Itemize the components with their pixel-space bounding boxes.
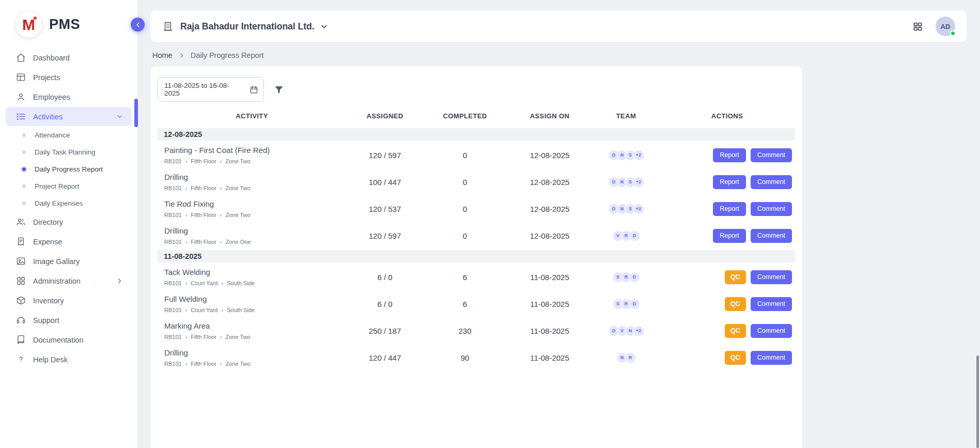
- table-row: Full Welding RB101›Court Yard›South Side…: [158, 290, 795, 317]
- scrollbar-thumb[interactable]: [976, 356, 979, 448]
- sidebar-item-label: Directory: [33, 218, 63, 226]
- bullet-dot-icon: [22, 150, 26, 154]
- sidebar-item-employees[interactable]: Employees: [6, 87, 132, 106]
- qc-button[interactable]: QC: [725, 297, 746, 311]
- activities-icon: [16, 112, 26, 121]
- inventory-icon: [16, 296, 26, 305]
- table-row: Painting - First Coat (Fire Red) RB101›F…: [158, 142, 795, 168]
- col-actions: ACTIONS: [659, 112, 795, 120]
- sidebar-item-support[interactable]: Support: [6, 311, 132, 330]
- qc-button[interactable]: QC: [725, 324, 746, 338]
- comment-button[interactable]: Comment: [751, 297, 792, 311]
- sidebar-item-label: Activities: [33, 113, 63, 121]
- sidebar-item-label: Expense: [33, 238, 62, 246]
- sidebar: M PMS DashboardProjectsEmployeesActiviti…: [0, 0, 138, 448]
- team-avatars: SRD: [593, 272, 659, 283]
- logo-letter: M: [22, 17, 35, 33]
- sidebar-subitem-attendance[interactable]: Attendance: [0, 127, 137, 144]
- sidebar-subitem-daily-progress-report[interactable]: Daily Progress Report: [0, 161, 137, 178]
- actions-cell: QCComment: [659, 324, 795, 338]
- completed-value: 6: [424, 300, 506, 308]
- activity-cell: Drilling RB101›Fifth Floor›Zone Two: [158, 348, 346, 367]
- sidebar-subitem-daily-task-planning[interactable]: Daily Task Planning: [0, 144, 137, 161]
- date-range-input[interactable]: 11-08-2025 to 16-08-2025: [158, 77, 264, 102]
- documentation-icon: [16, 335, 26, 345]
- col-assigned: ASSIGNED: [346, 112, 424, 120]
- user-avatar[interactable]: AD: [936, 17, 955, 36]
- team-member-chip: R: [625, 352, 636, 363]
- assigned-value: 120 / 597: [346, 231, 424, 240]
- apps-grid-icon[interactable]: [912, 21, 923, 32]
- chevron-right-icon: ›: [185, 334, 188, 340]
- comment-button[interactable]: Comment: [751, 175, 792, 189]
- path-segment: RB101: [164, 185, 182, 191]
- path-segment: Zone Two: [226, 158, 251, 164]
- team-member-chip: +2: [633, 150, 644, 161]
- avatar-initials: AD: [941, 23, 951, 30]
- sidebar-item-image-gallary[interactable]: Image Gallary: [6, 252, 132, 271]
- activity-cell: Painting - First Coat (Fire Red) RB101›F…: [158, 146, 346, 164]
- assign-on-value: 11-08-2025: [506, 327, 593, 335]
- activity-path: RB101›Fifth Floor›Zone Two: [164, 158, 346, 164]
- qc-button[interactable]: QC: [725, 351, 746, 365]
- actions-cell: QCComment: [659, 270, 795, 284]
- team-member-chip: D: [629, 230, 640, 241]
- activity-path: RB101›Fifth Floor›Zone Two: [164, 361, 346, 367]
- chevron-right-icon: ›: [185, 281, 188, 286]
- path-segment: RB101: [164, 307, 182, 313]
- sidebar-item-help-desk[interactable]: Help Desk: [6, 350, 132, 369]
- comment-button[interactable]: Comment: [751, 270, 792, 284]
- assigned-value: 6 / 0: [346, 300, 424, 308]
- comment-button[interactable]: Comment: [751, 229, 792, 243]
- chevron-right-icon: ›: [185, 361, 188, 367]
- path-segment: Zone Two: [226, 334, 251, 340]
- chevron-right-icon: [178, 52, 185, 59]
- qc-button[interactable]: QC: [725, 270, 746, 284]
- comment-button[interactable]: Comment: [751, 148, 792, 162]
- report-button[interactable]: Report: [713, 175, 746, 189]
- sidebar-collapse-button[interactable]: [131, 18, 145, 32]
- sidebar-item-label: Administration: [33, 277, 81, 285]
- actions-cell: ReportComment: [659, 175, 795, 189]
- filter-icon[interactable]: [274, 84, 284, 95]
- helpdesk-icon: [16, 354, 26, 364]
- sidebar-subitem-daily-expenses[interactable]: Daily Expenses: [0, 195, 137, 212]
- sidebar-item-directory[interactable]: Directory: [6, 212, 132, 231]
- chevron-down-icon: [116, 113, 123, 120]
- assign-on-value: 12-08-2025: [506, 151, 593, 160]
- assigned-value: 120 / 447: [346, 353, 424, 362]
- comment-button[interactable]: Comment: [751, 351, 792, 365]
- comment-button[interactable]: Comment: [751, 202, 792, 216]
- report-button[interactable]: Report: [713, 229, 746, 243]
- breadcrumb-home[interactable]: Home: [152, 51, 173, 59]
- app-logo: M: [15, 11, 42, 38]
- activity-name: Tie Rod Fixing: [164, 199, 346, 208]
- app-layout: M PMS DashboardProjectsEmployeesActiviti…: [0, 0, 980, 448]
- sidebar-item-projects[interactable]: Projects: [6, 68, 132, 87]
- report-button[interactable]: Report: [713, 202, 746, 216]
- activity-cell: Full Welding RB101›Court Yard›South Side: [158, 295, 346, 313]
- sidebar-item-expense[interactable]: Expense: [6, 232, 132, 251]
- sidebar-item-documentation[interactable]: Documentation: [6, 330, 132, 349]
- sidebar-subitem-project-report[interactable]: Project Report: [0, 178, 137, 195]
- comment-button[interactable]: Comment: [751, 324, 792, 338]
- completed-value: 6: [424, 273, 506, 282]
- assign-on-value: 12-08-2025: [506, 178, 593, 187]
- bullet-dot-icon: [22, 184, 26, 188]
- team-avatars: VRD: [593, 230, 659, 241]
- employees-icon: [16, 92, 26, 102]
- activity-cell: Tack Welding RB101›Court Yard›South Side: [158, 268, 346, 286]
- path-segment: Fifth Floor: [191, 185, 216, 191]
- sidebar-item-dashboard[interactable]: Dashboard: [6, 48, 132, 67]
- chevron-down-icon[interactable]: [320, 22, 329, 31]
- report-button[interactable]: Report: [713, 148, 746, 162]
- sidebar-item-activities[interactable]: Activities: [6, 107, 132, 126]
- company-selector[interactable]: Raja Bahadur International Ltd.: [180, 21, 315, 32]
- sidebar-item-inventory[interactable]: Inventory: [6, 291, 132, 310]
- path-segment: RB101: [164, 280, 182, 286]
- chevron-right-icon: ›: [185, 239, 188, 245]
- team-member-chip: D: [629, 299, 640, 310]
- chevron-right-icon: ›: [220, 186, 222, 191]
- bullet-dot-icon: [22, 167, 26, 171]
- sidebar-item-administration[interactable]: Administration: [6, 271, 132, 290]
